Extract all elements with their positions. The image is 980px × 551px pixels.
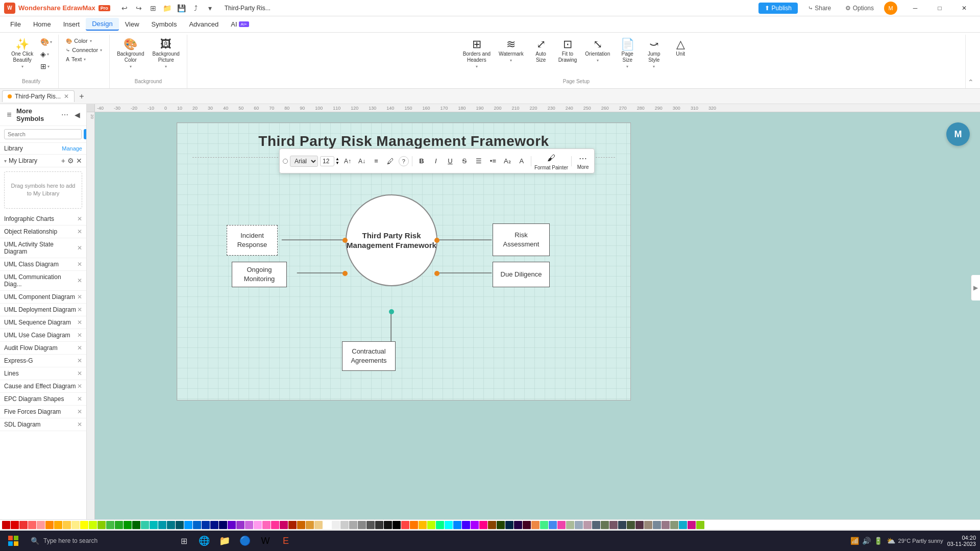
menu-view[interactable]: View	[119, 18, 145, 30]
color-swatch-ext27[interactable]	[627, 521, 635, 529]
unit-button[interactable]: △ Unit	[668, 37, 693, 59]
color-swatch-pink4[interactable]	[280, 521, 288, 529]
color-swatch-ext12[interactable]	[497, 521, 505, 529]
sidebar-item-express-close[interactable]: ✕	[77, 357, 82, 364]
color-swatch-ext4[interactable]	[427, 521, 435, 529]
color-swatch-ext8[interactable]	[462, 521, 470, 529]
color-swatch-ext35[interactable]	[696, 521, 704, 529]
sidebar-item-infographic-close[interactable]: ✕	[77, 215, 82, 222]
color-swatch-ext3[interactable]	[419, 521, 427, 529]
color-swatch-ext2[interactable]	[410, 521, 418, 529]
color-swatch-yellow-green[interactable]	[89, 521, 97, 529]
menu-design[interactable]: Design	[86, 18, 118, 31]
taskbar-edrawmax[interactable]: E	[277, 532, 295, 550]
sidebar-item-uml-usecase-close[interactable]: ✕	[77, 332, 82, 339]
color-swatch-red5[interactable]	[37, 521, 45, 529]
my-library-arrow[interactable]: ▾	[4, 158, 7, 164]
color-swatch-ext1[interactable]	[401, 521, 409, 529]
color-swatch-ext7[interactable]	[453, 521, 461, 529]
color-swatch-ext25[interactable]	[609, 521, 618, 529]
document-tab[interactable]: Third-Party Ris... ✕	[2, 90, 75, 102]
sidebar-menu-button[interactable]: ⋯	[60, 110, 70, 120]
sidebar-item-lines-close[interactable]: ✕	[77, 370, 82, 377]
redo-button[interactable]: ↪	[133, 2, 145, 14]
color-swatch-ext10[interactable]	[479, 521, 487, 529]
color-swatch-ext29[interactable]	[644, 521, 652, 529]
color-swatch-blue5[interactable]	[219, 521, 227, 529]
watermark-button[interactable]: ≋ Watermark ▾	[496, 37, 527, 65]
color-swatch-ext33[interactable]	[679, 521, 687, 529]
color-swatch-brown3[interactable]	[306, 521, 314, 529]
sidebar-item-cause-effect[interactable]: Cause and Effect Diagram ✕	[0, 380, 86, 393]
sidebar-item-sdl-close[interactable]: ✕	[77, 421, 82, 428]
color-swatch-gray4[interactable]	[358, 521, 366, 529]
menu-home[interactable]: Home	[27, 18, 57, 30]
center-node[interactable]: Third Party RiskManagement Framework	[346, 194, 437, 286]
color-swatch-ext22[interactable]	[583, 521, 592, 529]
text-button[interactable]: AText▾	[63, 55, 89, 63]
color-swatch-green1[interactable]	[97, 521, 106, 529]
color-swatch-ext20[interactable]	[566, 521, 574, 529]
risk-assessment-box[interactable]: RiskAssessment	[493, 223, 550, 256]
color-button[interactable]: 🎨Color▾	[63, 37, 94, 45]
color-swatch-blue3[interactable]	[202, 521, 210, 529]
sidebar-item-uml-activity[interactable]: UML Activity State Diagram ✕	[0, 238, 86, 258]
color-swatch-ext26[interactable]	[618, 521, 626, 529]
more-button[interactable]: ⋯	[577, 152, 589, 164]
network-icon[interactable]: 📶	[850, 537, 859, 545]
minimize-button[interactable]: ─	[903, 0, 927, 16]
color-swatch-yellow1[interactable]	[63, 521, 71, 529]
color-swatch-ext18[interactable]	[549, 521, 557, 529]
maximize-button[interactable]: □	[928, 0, 951, 16]
taskbar-search[interactable]: 🔍 Type here to search	[24, 532, 173, 550]
color-swatch-purple3[interactable]	[245, 521, 253, 529]
color-swatch-white[interactable]	[323, 521, 331, 529]
sidebar-item-uml-sequence[interactable]: UML Sequence Diagram ✕	[0, 316, 86, 329]
color-swatch-ext23[interactable]	[592, 521, 600, 529]
tab-close-button[interactable]: ✕	[64, 93, 69, 100]
sidebar-item-uml-deployment[interactable]: UML Deployment Diagram ✕	[0, 304, 86, 316]
more-group[interactable]: ⋯ More	[575, 151, 591, 171]
color-swatch-green2[interactable]	[106, 521, 114, 529]
incident-response-box[interactable]: IncidentResponse	[227, 225, 278, 256]
color-swatch-ext14[interactable]	[514, 521, 522, 529]
ribbon-expand-icon[interactable]: ⌃	[968, 78, 974, 86]
color-swatch-blue1[interactable]	[184, 521, 192, 529]
sidebar-item-uml-component-close[interactable]: ✕	[77, 293, 82, 300]
color-swatch-brown4[interactable]	[314, 521, 323, 529]
my-library-settings-button[interactable]: ⚙	[67, 157, 74, 165]
sidebar-item-uml-activity-close[interactable]: ✕	[77, 244, 82, 252]
align-button[interactable]: ≡	[370, 155, 382, 167]
color-swatch-green5[interactable]	[132, 521, 140, 529]
color-swatch-teal5[interactable]	[176, 521, 184, 529]
due-diligence-box[interactable]: Due Diligence	[493, 262, 550, 287]
color-swatch-pink1[interactable]	[254, 521, 262, 529]
user-avatar[interactable]: M	[884, 2, 897, 15]
color-swatch-gray1[interactable]	[332, 521, 340, 529]
save-button[interactable]: 💾	[176, 2, 188, 14]
bold-button[interactable]: B	[415, 155, 428, 167]
font-size-down[interactable]: ▼	[335, 161, 339, 165]
color-swatch-brown2[interactable]	[297, 521, 305, 529]
sidebar-item-audit-close[interactable]: ✕	[77, 344, 82, 352]
color-swatch-ext30[interactable]	[653, 521, 661, 529]
ribbon-expand[interactable]: ⌃	[966, 35, 976, 88]
style-btn[interactable]: ◈ ▾	[38, 49, 54, 59]
underline-button[interactable]: U	[444, 155, 456, 167]
borders-headers-button[interactable]: ⊞ Borders andHeaders ▾	[460, 37, 494, 71]
color-swatch-black[interactable]	[393, 521, 401, 529]
font-name-select[interactable]: Arial	[290, 156, 318, 167]
help-button[interactable]: ?	[399, 156, 409, 166]
publish-button[interactable]: ⬆ Publish	[758, 3, 798, 14]
sidebar-item-uml-class[interactable]: UML Class Diagram ✕	[0, 258, 86, 271]
sidebar-item-cause-effect-close[interactable]: ✕	[77, 383, 82, 390]
sidebar-item-uml-usecase[interactable]: UML Use Case Diagram ✕	[0, 329, 86, 342]
taskbar-edge[interactable]: 🌐	[195, 532, 213, 550]
battery-icon[interactable]: 🔋	[874, 537, 883, 545]
contractual-agreements-box[interactable]: ContractualAgreements	[342, 341, 396, 371]
color-swatch-orange2[interactable]	[54, 521, 62, 529]
color-swatch-ext24[interactable]	[601, 521, 609, 529]
color-swatch-pink2[interactable]	[262, 521, 271, 529]
menu-file[interactable]: File	[4, 18, 27, 30]
color-swatch-brown1[interactable]	[288, 521, 297, 529]
